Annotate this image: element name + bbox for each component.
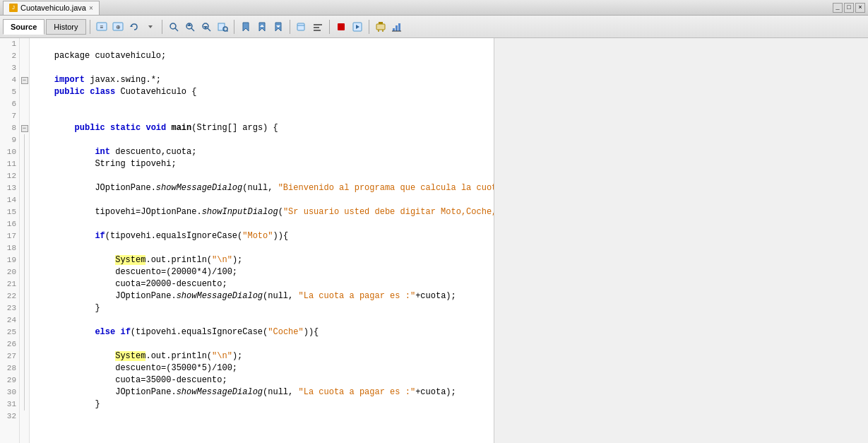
close-button[interactable]: × <box>855 3 865 13</box>
line-number: 4 <box>0 74 19 86</box>
toolbar-btn-next-bookmark[interactable] <box>270 19 286 35</box>
toolbar-btn-chart[interactable] <box>389 19 405 35</box>
code-line[interactable] <box>30 98 494 110</box>
toolbar-btn-find2[interactable] <box>215 19 230 35</box>
toolbar-btn-prev[interactable] <box>182 19 198 35</box>
toolbar-btn-prev-bookmark[interactable] <box>254 19 270 35</box>
fold-indicator[interactable]: − <box>20 74 29 86</box>
fold-indicator <box>20 146 29 158</box>
code-line[interactable] <box>30 218 494 230</box>
tab-close-button[interactable]: × <box>89 4 93 12</box>
fold-indicator <box>20 194 29 206</box>
line-number: 13 <box>0 182 19 194</box>
toolbar-group-2 <box>166 19 230 35</box>
code-line[interactable]: else if(tipovehi.equalsIgnoreCase("Coche… <box>30 326 494 338</box>
code-line[interactable] <box>30 338 494 350</box>
code-line[interactable]: cuota=35000-descuento; <box>30 374 494 386</box>
fold-indicator <box>20 218 29 230</box>
toolbar-btn-find[interactable] <box>166 19 182 35</box>
svg-line-12 <box>208 28 210 31</box>
code-line[interactable]: descuento=(35000*5)/100; <box>30 362 494 374</box>
code-line[interactable]: } <box>30 302 494 314</box>
code-area[interactable]: package cuotavehiculo; import javax.swin… <box>30 38 494 443</box>
line-number: 25 <box>0 326 19 338</box>
code-line[interactable]: public class Cuotavehiculo { <box>30 86 494 98</box>
code-line[interactable] <box>30 242 494 254</box>
code-line[interactable] <box>30 134 494 146</box>
code-line[interactable]: JOptionPane.showMessageDialog(null, "La … <box>30 386 494 398</box>
fold-indicator <box>20 338 29 350</box>
toolbar-separator-6 <box>369 20 369 34</box>
code-line[interactable]: int descuento,cuota; <box>30 146 494 158</box>
code-line[interactable]: tipovehi=JOptionPane.showInputDialog("Sr… <box>30 206 494 218</box>
code-line[interactable] <box>30 170 494 182</box>
line-number: 3 <box>0 62 19 74</box>
line-number: 24 <box>0 314 19 326</box>
line-number: 19 <box>0 254 19 266</box>
history-tab[interactable]: History <box>46 19 85 35</box>
maximize-button[interactable]: □ <box>844 3 854 13</box>
code-line[interactable]: if(tipovehi.equalsIgnoreCase("Moto")){ <box>30 230 494 242</box>
code-line[interactable] <box>30 314 494 326</box>
fold-indicator <box>20 278 29 290</box>
code-line[interactable] <box>30 38 494 50</box>
window-controls: _ □ × <box>833 3 865 13</box>
toolbar: Source History ≡ ⊕ <box>0 16 868 38</box>
toolbar-btn-stop[interactable] <box>333 19 349 35</box>
code-line[interactable]: cuota=20000-descuento; <box>30 278 494 290</box>
toolbar-btn-back[interactable]: ≡ <box>94 19 109 35</box>
code-line[interactable]: JOptionPane.showMessageDialog(null, "Bie… <box>30 182 494 194</box>
code-line[interactable]: System.out.println("\n"); <box>30 254 494 266</box>
fold-indicator <box>20 242 29 254</box>
toolbar-btn-toggle-bookmark[interactable] <box>238 19 254 35</box>
line-number: 12 <box>0 170 19 182</box>
line-number: 31 <box>0 398 19 410</box>
line-number: 2 <box>0 50 19 62</box>
svg-rect-27 <box>338 23 345 30</box>
toolbar-btn-debug[interactable] <box>373 19 388 35</box>
fold-indicator <box>20 410 29 423</box>
fold-indicator <box>20 266 29 278</box>
fold-indicator <box>20 362 29 374</box>
line-numbers: 1234567891011121314151617181920212223242… <box>0 38 20 443</box>
code-line[interactable] <box>30 62 494 74</box>
code-line[interactable] <box>30 110 494 122</box>
line-number: 29 <box>0 374 19 386</box>
toolbar-btn-toggle-breakpoint[interactable] <box>294 19 309 35</box>
code-line[interactable]: descuento=(20000*4)/100; <box>30 266 494 278</box>
toolbar-btn-next[interactable] <box>198 19 214 35</box>
file-icon: J <box>9 4 18 12</box>
code-line[interactable]: public static void main(String[] args) { <box>30 122 494 134</box>
minimize-button[interactable]: _ <box>833 3 843 13</box>
file-tab[interactable]: J Cuotavehiculo.java × <box>3 1 100 15</box>
toolbar-separator-3 <box>234 20 234 34</box>
code-line[interactable]: JOptionPane.showMessageDialog(null, "La … <box>30 290 494 302</box>
line-number: 17 <box>0 230 19 242</box>
line-number: 11 <box>0 158 19 170</box>
toolbar-btn-indent[interactable] <box>310 19 326 35</box>
toolbar-btn-run[interactable] <box>350 19 365 35</box>
fold-indicator[interactable]: − <box>20 122 29 134</box>
toolbar-group-6 <box>373 19 405 35</box>
code-line[interactable]: } <box>30 398 494 410</box>
code-line[interactable] <box>30 410 494 423</box>
code-line[interactable]: System.out.println("\n"); <box>30 350 494 362</box>
toolbar-btn-undo[interactable] <box>126 19 142 35</box>
line-number: 23 <box>0 302 19 314</box>
svg-text:≡: ≡ <box>100 24 103 30</box>
toolbar-btn-dropdown[interactable] <box>143 19 158 35</box>
toolbar-btn-forward[interactable]: ⊕ <box>110 19 126 35</box>
toolbar-separator-1 <box>90 20 90 34</box>
svg-rect-25 <box>314 27 319 28</box>
code-line[interactable] <box>30 194 494 206</box>
fold-column: −− <box>20 38 30 443</box>
line-number: 26 <box>0 338 19 350</box>
source-tab[interactable]: Source <box>3 19 44 35</box>
line-number: 16 <box>0 218 19 230</box>
code-line[interactable]: import javax.swing.*; <box>30 74 494 86</box>
code-line[interactable]: package cuotavehiculo; <box>30 50 494 62</box>
code-line[interactable]: String tipovehi; <box>30 158 494 170</box>
svg-rect-30 <box>376 24 385 30</box>
line-number: 8 <box>0 122 19 134</box>
fold-indicator <box>20 326 29 338</box>
